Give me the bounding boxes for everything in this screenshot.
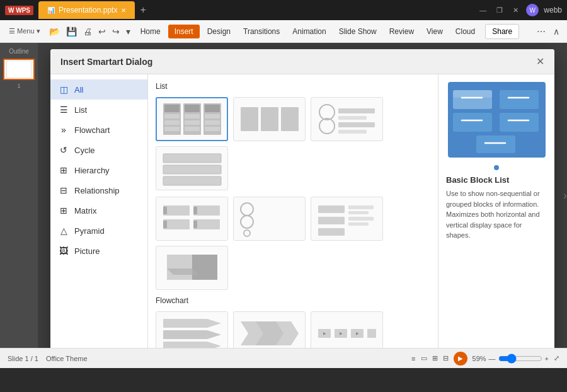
ribbon-animation[interactable]: Animation [287, 25, 331, 38]
svg-rect-42 [348, 217, 374, 221]
shape-horizontal-list[interactable] [233, 97, 306, 141]
status-left: Slide 1 / 1 Office Theme [8, 355, 88, 362]
category-pyramid[interactable]: △ Pyramid [50, 221, 147, 241]
more-icon[interactable]: ▾ [123, 25, 133, 38]
svg-rect-31 [193, 205, 220, 216]
collapse-icon[interactable]: ∧ [551, 25, 562, 38]
open-icon[interactable]: 📂 [47, 25, 62, 38]
wps-logo: W WPS [5, 6, 33, 15]
category-matrix[interactable]: ⊞ Matrix [50, 200, 147, 221]
svg-rect-3 [164, 120, 180, 125]
shape-circle-bullets[interactable] [233, 197, 306, 241]
print-icon[interactable]: 🖨 [81, 25, 94, 38]
svg-rect-51 [163, 330, 207, 339]
share-button[interactable]: Share [485, 24, 519, 39]
ribbon-transitions[interactable]: Transitions [238, 25, 285, 38]
svg-rect-43 [348, 222, 369, 226]
preview-image [448, 82, 546, 158]
svg-rect-20 [338, 108, 375, 113]
ribbon-design[interactable]: Design [202, 25, 236, 38]
svg-rect-33 [193, 219, 220, 229]
play-button[interactable]: ▶ [454, 352, 467, 366]
svg-rect-17 [281, 107, 299, 131]
preview-svg [449, 85, 544, 154]
ribbon-insert[interactable]: Insert [168, 25, 200, 38]
svg-rect-41 [318, 217, 345, 224]
ribbon-slideshow[interactable]: Slide Show [334, 25, 382, 38]
svg-text:▶: ▶ [355, 331, 358, 335]
svg-rect-32 [193, 207, 197, 214]
pyramid-icon: △ [58, 226, 69, 236]
preview-panel: Basic Block List Use to show non-sequent… [438, 74, 554, 348]
shape-chevron-list[interactable] [233, 311, 306, 348]
maximize-button[interactable]: ❐ [494, 5, 505, 16]
shape-stacked-list[interactable] [156, 146, 228, 190]
ribbon-view[interactable]: View [421, 25, 448, 38]
zoom-control: 59% — + [472, 354, 549, 364]
view-slide-icon[interactable]: ▭ [421, 354, 427, 362]
shape-line-list[interactable] [311, 197, 383, 241]
ribbon-review[interactable]: Review [384, 25, 419, 38]
dialog-body: ◫ All ☰ List » Flowchart ↺ [50, 74, 554, 348]
add-tab-button[interactable]: + [135, 4, 151, 16]
preview-description: Use to show non-sequential or grouped bl… [446, 188, 547, 241]
shape-block-list-2[interactable] [156, 197, 228, 241]
ribbon-cloud[interactable]: Cloud [450, 25, 480, 38]
close-button[interactable]: ✕ [510, 5, 521, 16]
svg-text:▶: ▶ [323, 331, 326, 335]
slide-1-thumbnail[interactable] [3, 59, 35, 80]
list-icon: ☰ [58, 105, 69, 115]
outline-tab[interactable]: Outline [9, 48, 29, 55]
relationship-icon: ⊟ [58, 185, 69, 195]
category-hierarchy[interactable]: ⊞ Hierarchy [50, 160, 147, 180]
svg-rect-15 [241, 107, 258, 131]
picture-icon: 🖼 [58, 246, 69, 256]
view-grid-icon[interactable]: ⊞ [432, 354, 438, 362]
zoom-plus-icon[interactable]: + [545, 355, 549, 362]
theme-label: Office Theme [46, 355, 88, 362]
svg-rect-25 [163, 165, 221, 174]
svg-marker-54 [207, 342, 221, 348]
category-flowchart[interactable]: » Flowchart [50, 120, 147, 140]
zoom-slider[interactable] [498, 354, 542, 364]
zoom-minus-icon[interactable]: — [489, 355, 496, 362]
category-all[interactable]: ◫ All [50, 79, 147, 100]
svg-rect-26 [163, 176, 221, 185]
shape-arrow-list[interactable] [156, 311, 228, 348]
svg-rect-39 [348, 205, 374, 209]
shape-circle-list[interactable] [311, 97, 383, 141]
view-normal-icon[interactable]: ≡ [411, 355, 415, 362]
category-cycle[interactable]: ↺ Cycle [50, 140, 147, 160]
menu-bar: ☰ Menu ▾ 📂 💾 🖨 ↩ ↪ ▾ Home Insert Design … [0, 20, 567, 43]
all-icon: ◫ [58, 84, 69, 95]
tab-close-icon[interactable]: ✕ [121, 7, 126, 14]
document-tab[interactable]: 📊 Presentation.pptx ✕ [38, 1, 135, 19]
ribbon-home[interactable]: Home [135, 25, 166, 38]
category-list[interactable]: ☰ List [50, 100, 147, 120]
matrix-icon: ⊞ [58, 205, 69, 216]
tab-bar: 📊 Presentation.pptx ✕ + [38, 1, 151, 19]
svg-rect-29 [163, 219, 190, 229]
slide-info: Slide 1 / 1 [8, 355, 38, 362]
dialog-close-button[interactable]: ✕ [536, 55, 544, 67]
undo-icon[interactable]: ↩ [96, 25, 108, 38]
category-flowchart-label: Flowchart [74, 125, 110, 135]
view-reading-icon[interactable]: ⊟ [443, 354, 449, 362]
shape-basic-block-list[interactable] [156, 97, 228, 141]
title-bar-left: W WPS 📊 Presentation.pptx ✕ + [5, 1, 151, 19]
minimize-button[interactable]: — [477, 5, 489, 15]
category-picture[interactable]: 🖼 Picture [50, 241, 147, 261]
horizontal-list-svg [238, 101, 301, 137]
svg-marker-46 [192, 255, 217, 280]
redo-icon[interactable]: ↪ [110, 25, 122, 38]
svg-rect-13 [205, 120, 220, 125]
fit-page-icon[interactable]: ⤢ [554, 354, 559, 362]
shape-process-flow[interactable]: ▶ ▶ ▶ [311, 311, 383, 348]
hierarchy-icon: ⊞ [58, 165, 69, 175]
process-flow-svg: ▶ ▶ ▶ [316, 315, 379, 348]
menu-toggle[interactable]: ☰ Menu ▾ [5, 26, 44, 37]
shape-3d-blocks[interactable] [156, 246, 228, 290]
category-relationship[interactable]: ⊟ Relationship [50, 180, 147, 200]
more-menu-icon[interactable]: ⋯ [534, 25, 548, 38]
save-icon[interactable]: 💾 [64, 25, 79, 38]
